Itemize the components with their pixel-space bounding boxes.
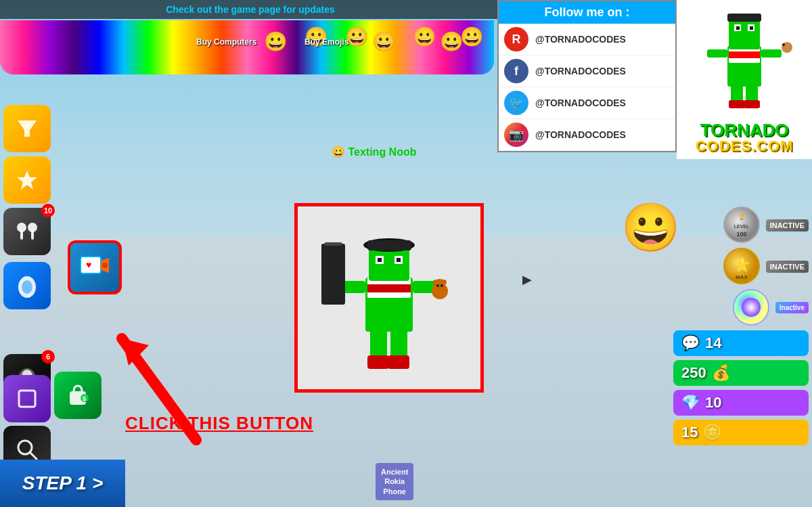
svg-rect-53 [736,26,740,30]
tornado-character-svg [687,5,802,110]
red-arrow [88,305,223,454]
svg-rect-22 [367,355,389,369]
emoji-decoration: 😀 [372,30,396,53]
svg-rect-8 [378,258,382,262]
noob-label: 😀 Texting Noob [332,146,416,158]
svg-point-60 [782,43,785,46]
svg-rect-33 [20,230,23,240]
svg-rect-45 [19,391,35,407]
airpods-badge: 10 [41,204,55,217]
inactive-badge-2: INACTIVE [766,261,809,273]
egg-blue-icon [15,272,39,299]
tornado-logo-line1: TORNADO [682,121,807,139]
svg-point-18 [436,284,439,287]
coin-icon: 💰 [712,364,730,382]
svg-marker-30 [18,120,37,137]
facebook-icon: f [504,59,528,83]
bag-icon: $ [66,383,90,407]
svg-rect-9 [397,258,401,262]
token-icon: 🪙 [703,424,721,441]
roblox-icon: R [504,27,528,51]
gem-icon: 💎 [681,394,700,412]
chat-value: 14 [705,334,721,352]
token-stat-row: 15 🪙 [673,420,809,445]
svg-text:🏆: 🏆 [738,213,745,220]
gem-stat-row: 💎 10 [673,390,809,416]
svg-line-44 [30,452,37,459]
svg-marker-31 [17,171,37,190]
airpods-icon [14,219,41,244]
svg-rect-2 [367,284,411,292]
svg-rect-64 [744,100,760,108]
coin-stat-row: 250 💰 [673,360,809,386]
svg-point-17 [441,280,447,285]
right-panel: 🏆 LEVEL 100 INACTIVE ⭐ MAX INACTIVE [670,203,812,449]
coin-value: 250 [681,364,706,382]
svg-rect-50 [727,14,761,22]
star-button[interactable] [3,156,51,204]
item-popup-text: AncientRokiaPhone [381,468,408,495]
video-camera-button[interactable]: ♥ [68,240,122,294]
token-value: 15 [681,424,698,441]
twitter-icon: 🐦 [504,91,528,115]
character-preview-box [294,203,484,393]
twitter-row[interactable]: 🐦 @TORNADOCODES [499,87,675,119]
svg-rect-11 [321,244,345,305]
square-button[interactable] [3,375,51,422]
gold-medal: ⭐ MAX [723,248,761,285]
square-icon [15,387,39,411]
tornado-character-area: TORNADO CODES.COM [677,0,812,159]
gem-value: 10 [705,394,721,412]
airpods-button[interactable]: 10 [3,208,51,255]
svg-rect-54 [750,26,753,30]
buy-computers-label: Buy Computers [196,37,256,47]
svg-text:MAX: MAX [736,274,748,280]
instagram-handle: @TORNADOCODES [535,129,626,140]
chat-icon: 💬 [681,334,700,352]
instagram-row[interactable]: 📷 @TORNADOCODES [499,119,675,151]
rainbow-medal [733,289,770,326]
svg-rect-10 [342,281,365,293]
instagram-icon: 📷 [504,123,528,147]
svg-text:100: 100 [736,231,746,238]
svg-point-27 [102,263,108,268]
svg-rect-55 [707,49,727,58]
buy-emojis-label: Buy Emojis [304,37,348,47]
svg-rect-63 [729,100,745,108]
svg-text:⭐: ⭐ [733,257,750,273]
roblox-row[interactable]: R @TORNADOCODES [499,24,675,56]
character-svg [308,210,470,386]
svg-point-16 [433,280,438,285]
inactive-row-3: Inactive [673,289,809,326]
twitter-handle: @TORNADOCODES [535,97,626,108]
step1-button[interactable]: STEP 1 > [0,460,125,507]
svg-rect-23 [388,355,409,369]
tornado-logo-area: TORNADO CODES.COM [682,121,807,154]
emoji-decoration: 😀 [460,26,484,48]
svg-rect-35 [31,230,34,240]
inactive-row-1: 🏆 LEVEL 100 INACTIVE [673,206,809,244]
roblox-handle: @TORNADOCODES [535,34,626,45]
emoji-decoration: 😀 [264,30,288,53]
search-icon [15,437,39,462]
game-background: 😀 😀 😀 😀 😀 😀 😀 Buy Computers Buy Emojis C… [0,0,812,507]
svg-text:LEVEL: LEVEL [734,224,749,229]
facebook-handle: @TORNADOCODES [535,66,626,76]
svg-rect-56 [761,49,782,58]
funnel-button[interactable] [3,105,51,152]
tornado-logo-line2: CODES.COM [682,139,807,154]
svg-point-73 [742,298,761,317]
svg-text:♥: ♥ [86,259,91,270]
facebook-row[interactable]: f @TORNADOCODES [499,56,675,87]
chat-stat-row: 💬 14 [673,330,809,356]
follow-panel: Follow me on : R @TORNADOCODES f @TORNAD… [497,0,677,152]
star-icon [15,168,39,192]
inactive-badge-1: INACTIVE [766,219,809,232]
funnel-icon [15,116,39,141]
svg-rect-5 [367,240,411,250]
egg-blue-button[interactable] [3,262,51,309]
cursor: ▶ [522,272,532,287]
silver-medal: 🏆 LEVEL 100 [723,206,761,244]
svg-rect-48 [729,51,760,58]
inactive-badge-3: Inactive [775,302,809,313]
